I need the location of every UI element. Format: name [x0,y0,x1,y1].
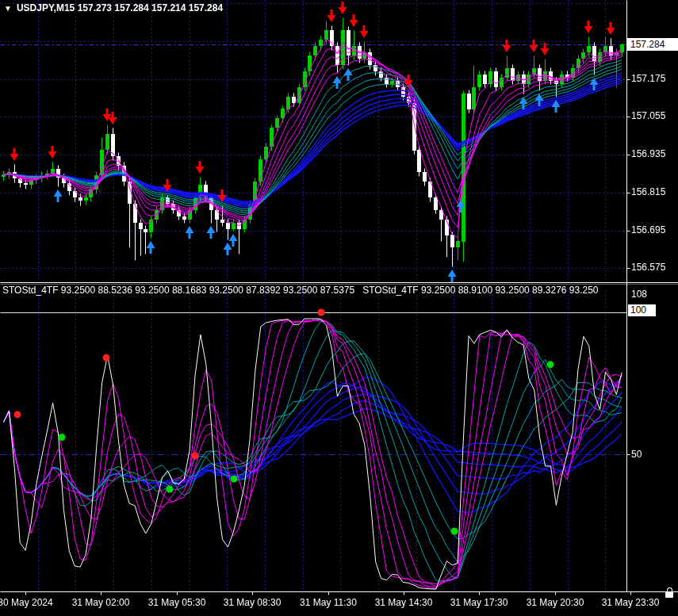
time-axis-label: 31 May 02:00 [72,597,130,608]
price-axis-label: 157.055 [631,110,665,121]
price-axis-label: 156.935 [631,148,665,159]
time-axis-label: 31 May 17:30 [450,597,508,608]
chart-title: ▼USDJPY,M15 157.273 157.284 157.214 157.… [4,2,223,13]
symbol-period-label: USDJPY,M15 [17,2,75,13]
sub-axis-label-50: 50 [631,449,642,460]
ohlc-values: 157.273 157.284 157.214 157.284 [78,2,224,13]
scale-lock-icon[interactable] [665,591,674,599]
indicator-level-box-100: 100 [628,304,656,316]
time-axis-label: 31 May 11:30 [300,597,357,608]
indicator-values-label: STOStd_4TF 93.2500 88.5236 93.2500 88.16… [2,285,599,296]
time-axis-label: 31 May 05:30 [148,597,206,608]
time-axis-label: 31 May 20:30 [527,597,584,608]
price-axis-label: 156.815 [631,186,665,197]
mt4-chart-window: ▼USDJPY,M15 157.273 157.284 157.214 157.… [0,0,678,616]
time-axis-label: 31 May 23:30 [602,597,660,608]
time-axis-label: 31 May 08:30 [224,597,282,608]
price-axis-label: 156.695 [631,224,665,235]
symbol-dropdown-icon[interactable]: ▼ [4,4,12,13]
lock-body [665,591,673,598]
price-axis-label: 156.575 [631,262,665,273]
chart-canvas[interactable] [0,0,678,616]
price-axis-label: 157.175 [631,73,665,84]
sub-axis-label-108: 108 [631,289,647,300]
time-axis-label: 30 May 2024 [0,597,53,608]
current-price-box: 157.284 [627,38,678,51]
time-axis-label: 31 May 14:30 [375,597,433,608]
